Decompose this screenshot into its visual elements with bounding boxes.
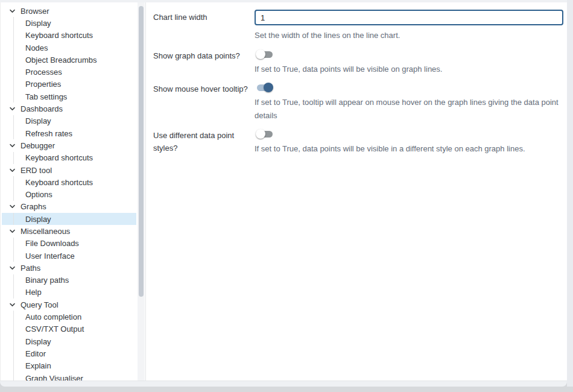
field-label: Show graph data points? bbox=[153, 48, 255, 62]
tree-item-label: Display bbox=[25, 19, 51, 28]
tree-item-graphs[interactable]: Graphs bbox=[1, 201, 136, 213]
field-control: Set the width of the lines on the line c… bbox=[255, 10, 563, 42]
tree-item-debugger[interactable]: Debugger bbox=[1, 139, 136, 151]
tree-item-refresh-rates[interactable]: Refresh rates bbox=[1, 127, 136, 139]
tree-item-erd-tool[interactable]: ERD tool bbox=[1, 164, 136, 176]
tree-item-label: Options bbox=[25, 190, 52, 199]
chevron-down-icon[interactable] bbox=[8, 106, 16, 113]
tree-item-query-tool[interactable]: Query Tool bbox=[1, 299, 136, 311]
tree-item-label: Dashboards bbox=[21, 104, 63, 113]
field-show-mouse-hover-tooltip: Show mouse hover tooltip?If set to True,… bbox=[153, 81, 564, 122]
use-different-data-point-styles-toggle[interactable] bbox=[256, 129, 274, 139]
sidebar-scrollbar-track[interactable] bbox=[138, 2, 145, 381]
tree-item-label: Tab settings bbox=[25, 92, 67, 101]
field-help-text: If set to True, data points will be visi… bbox=[255, 63, 563, 76]
tree-item-display[interactable]: Display bbox=[1, 335, 136, 347]
field-use-different-data-point-styles: Use different data point styles?If set t… bbox=[153, 128, 564, 156]
tree-item-graph-visualiser[interactable]: Graph Visualiser bbox=[1, 372, 136, 381]
tree-item-binary-paths[interactable]: Binary paths bbox=[1, 274, 136, 286]
tree-item-display[interactable]: Display bbox=[2, 213, 136, 225]
toggle-thumb bbox=[256, 129, 265, 139]
tree-item-label: Display bbox=[25, 337, 51, 346]
tree-item-editor[interactable]: Editor bbox=[1, 347, 136, 359]
field-chart-line-width: Chart line widthSet the width of the lin… bbox=[153, 10, 564, 42]
tree-item-display[interactable]: Display bbox=[1, 17, 136, 29]
tree-item-auto-completion[interactable]: Auto completion bbox=[1, 311, 136, 323]
window-right-gutter bbox=[567, 0, 573, 387]
tree-item-keyboard-shortcuts[interactable]: Keyboard shortcuts bbox=[1, 176, 136, 188]
toggle-thumb bbox=[264, 83, 273, 92]
tree-item-label: Properties bbox=[25, 80, 61, 89]
chevron-down-icon[interactable] bbox=[8, 166, 16, 174]
tree-item-options[interactable]: Options bbox=[1, 188, 136, 200]
chevron-down-icon[interactable] bbox=[8, 203, 16, 210]
tree-item-label: Graph Visualiser bbox=[25, 374, 83, 381]
show-graph-data-points-toggle[interactable] bbox=[256, 49, 274, 59]
tree-item-processes[interactable]: Processes bbox=[1, 66, 136, 78]
tree-item-display[interactable]: Display bbox=[1, 115, 136, 127]
tree-item-label: Miscellaneous bbox=[21, 227, 70, 236]
tree-item-properties[interactable]: Properties bbox=[1, 78, 136, 90]
field-help-text: Set the width of the lines on the line c… bbox=[255, 29, 563, 42]
tree-item-label: Browser bbox=[21, 7, 49, 16]
tree-item-keyboard-shortcuts[interactable]: Keyboard shortcuts bbox=[1, 30, 136, 42]
field-control: If set to True, data points will be visi… bbox=[255, 128, 563, 156]
field-control: If set to True, data points will be visi… bbox=[255, 48, 563, 76]
field-help-text: If set to True, data points will be visi… bbox=[255, 142, 563, 156]
tree-item-label: CSV/TXT Output bbox=[25, 324, 84, 334]
chevron-down-icon[interactable] bbox=[8, 142, 16, 149]
toggle-thumb bbox=[256, 49, 265, 59]
tree-item-label: Graphs bbox=[21, 202, 46, 211]
tree-item-label: ERD tool bbox=[21, 166, 52, 175]
chart-line-width-input[interactable] bbox=[255, 10, 563, 25]
tree-item-tab-settings[interactable]: Tab settings bbox=[1, 90, 136, 103]
tree-item-label: Processes bbox=[25, 68, 62, 77]
chevron-down-icon[interactable] bbox=[8, 301, 16, 308]
preferences-settings-panel: Chart line widthSet the width of the lin… bbox=[146, 2, 567, 381]
tree-item-keyboard-shortcuts[interactable]: Keyboard shortcuts bbox=[1, 152, 136, 164]
field-label: Show mouse hover tooltip? bbox=[153, 81, 255, 95]
tree-item-label: Query Tool bbox=[21, 300, 59, 309]
sidebar-scrollbar-thumb[interactable] bbox=[139, 6, 144, 297]
tree-item-paths[interactable]: Paths bbox=[1, 262, 136, 274]
tree-item-help[interactable]: Help bbox=[1, 286, 136, 299]
tree-item-label: Keyboard shortcuts bbox=[25, 178, 93, 187]
tree-item-object-breadcrumbs[interactable]: Object Breadcrumbs bbox=[1, 54, 136, 66]
tree-item-label: Keyboard shortcuts bbox=[25, 31, 93, 40]
tree-item-nodes[interactable]: Nodes bbox=[1, 42, 136, 54]
tree-item-user-interface[interactable]: User Interface bbox=[1, 250, 136, 262]
chevron-down-icon[interactable] bbox=[8, 7, 16, 14]
tree-item-label: Help bbox=[25, 288, 42, 297]
field-label: Chart line width bbox=[153, 10, 255, 24]
tree-item-label: File Downloads bbox=[25, 239, 79, 248]
preferences-tree-sidebar: BrowserDisplayKeyboard shortcutsNodesObj… bbox=[0, 2, 146, 381]
tree-item-explain[interactable]: Explain bbox=[1, 360, 136, 372]
tree-item-label: Editor bbox=[25, 349, 46, 358]
field-show-graph-data-points: Show graph data points?If set to True, d… bbox=[153, 48, 564, 76]
tree-item-label: Explain bbox=[25, 361, 51, 370]
chevron-down-icon[interactable] bbox=[8, 264, 16, 271]
tree-item-label: Display bbox=[25, 215, 51, 224]
field-control: If set to True, tooltip will appear on m… bbox=[255, 81, 563, 122]
preferences-tree: BrowserDisplayKeyboard shortcutsNodesObj… bbox=[1, 2, 145, 381]
tree-item-dashboards[interactable]: Dashboards bbox=[1, 103, 136, 115]
tree-item-label: Keyboard shortcuts bbox=[25, 153, 93, 162]
tree-item-file-downloads[interactable]: File Downloads bbox=[1, 238, 136, 250]
tree-item-miscellaneous[interactable]: Miscellaneous bbox=[1, 225, 136, 237]
show-mouse-hover-tooltip-toggle[interactable] bbox=[256, 83, 274, 92]
tree-item-label: Debugger bbox=[21, 141, 55, 150]
tree-item-label: Nodes bbox=[25, 43, 48, 52]
tree-item-label: Binary paths bbox=[25, 276, 69, 285]
tree-item-label: Refresh rates bbox=[25, 129, 72, 138]
field-help-text: If set to True, tooltip will appear on m… bbox=[255, 96, 563, 122]
field-label: Use different data point styles? bbox=[153, 128, 255, 154]
preferences-panels: BrowserDisplayKeyboard shortcutsNodesObj… bbox=[0, 2, 567, 381]
tree-item-label: Display bbox=[25, 116, 51, 125]
tree-item-label: Paths bbox=[21, 264, 40, 273]
tree-item-browser[interactable]: Browser bbox=[1, 5, 136, 17]
preferences-dialog: BrowserDisplayKeyboard shortcutsNodesObj… bbox=[0, 0, 567, 387]
tree-item-label: User Interface bbox=[25, 251, 75, 261]
chevron-down-icon[interactable] bbox=[8, 227, 16, 235]
tree-item-label: Auto completion bbox=[25, 312, 81, 321]
tree-item-csv-txt-output[interactable]: CSV/TXT Output bbox=[1, 323, 136, 335]
